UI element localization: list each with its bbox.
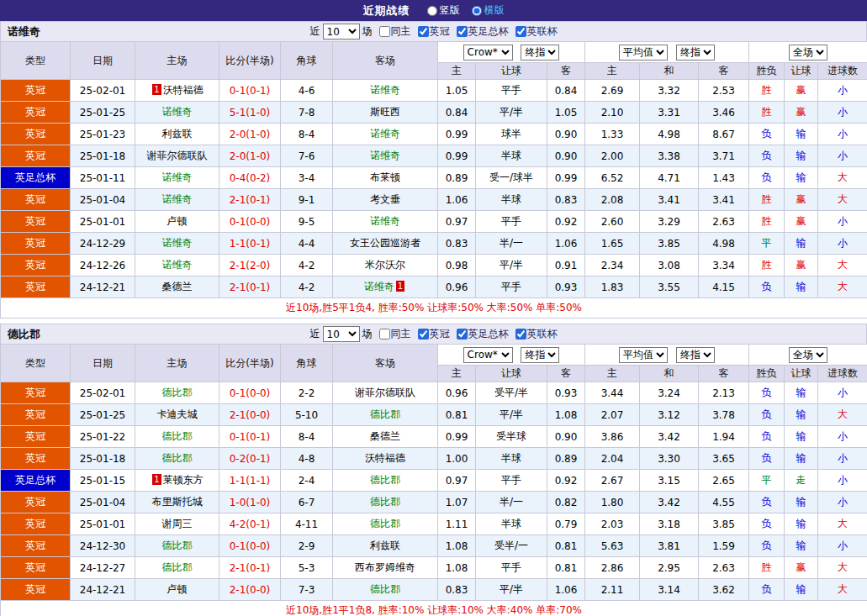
euro-time-select[interactable]: 终指 <box>676 347 715 363</box>
scope-select[interactable]: 全场 <box>789 347 827 363</box>
bookmaker-select[interactable]: Crow* <box>463 45 513 61</box>
result-goals-cell: 大 <box>818 513 867 535</box>
asian-home-odds-cell: 0.99 <box>438 145 476 167</box>
efl-cup-checkbox[interactable] <box>515 329 526 340</box>
away-team-cell: 西布罗姆维奇 <box>333 557 438 579</box>
match-date-cell: 25-01-04 <box>71 492 135 513</box>
same-home-filter[interactable]: 同主 <box>379 327 411 341</box>
away-team-cell: 沃特福德 <box>333 448 438 470</box>
euro-time-select[interactable]: 终指 <box>676 45 715 61</box>
home-team-cell: 德比郡 <box>135 382 219 404</box>
filter-controls: 近 10 场 同主 英冠 英足总杯 英联杯 <box>310 24 558 39</box>
same-home-checkbox[interactable] <box>379 26 390 37</box>
asian-time-select[interactable]: 终指 <box>521 45 559 61</box>
efl-cup-checkbox[interactable] <box>515 26 526 37</box>
asian-away-odds-cell: 0.91 <box>547 255 585 276</box>
asian-away-odds-cell: 0.93 <box>547 276 585 298</box>
team-name-text: 斯旺西 <box>370 106 400 118</box>
euro-home-odds-cell: 2.10 <box>585 102 640 124</box>
team-header-bar: 德比郡 近 10 场 同主 英冠 英足总杯 英联杯 <box>0 324 867 344</box>
match-date-cell: 24-12-21 <box>71 276 135 298</box>
result-winlose-cell: 负 <box>749 382 785 404</box>
team-name-text: 诺维奇 <box>162 259 193 271</box>
score-cell: 1-0(1-0) <box>219 492 281 513</box>
league-filter-championship[interactable]: 英冠 <box>418 24 450 39</box>
layout-option-vertical[interactable]: 竖版 <box>427 3 460 18</box>
euro-source-select[interactable]: 平均值 <box>619 45 668 61</box>
fa-cup-checkbox[interactable] <box>457 329 468 340</box>
match-count-select[interactable]: 10 <box>323 24 360 39</box>
league-filter-fa-cup[interactable]: 英足总杯 <box>457 327 509 341</box>
team-name-text: 卢顿 <box>167 215 188 227</box>
col-euro-home: 主 <box>585 63 640 80</box>
league-filter-championship[interactable]: 英冠 <box>418 327 450 341</box>
match-row: 英冠25-01-04诺维奇2-1(0-1)9-1考文垂1.06半球0.832.0… <box>1 189 867 211</box>
team-section-derby: 德比郡 近 10 场 同主 英冠 英足总杯 英联杯 <box>0 324 867 616</box>
results-table: 类型 日期 主场 比分(半场) 角球 客场 Crow* 终指 平均值 终指 全场 <box>0 344 867 616</box>
euro-draw-odds-cell: 3.18 <box>640 513 699 535</box>
bookmaker-select[interactable]: Crow* <box>463 347 513 363</box>
team-name-text: 米尔沃尔 <box>365 259 405 271</box>
league-filter-fa-cup[interactable]: 英足总杯 <box>457 24 509 39</box>
match-row: 英冠24-12-26诺维奇2-1(2-0)4-2米尔沃尔0.98平/半0.912… <box>1 255 867 276</box>
result-winlose-cell: 负 <box>749 448 785 470</box>
euro-source-select[interactable]: 平均值 <box>619 347 668 363</box>
score-cell: 1-1(1-1) <box>219 470 281 492</box>
euro-away-odds-cell: 2.13 <box>699 382 749 404</box>
result-goals-cell: 大 <box>818 276 867 298</box>
match-date-cell: 25-01-18 <box>71 448 135 470</box>
asian-home-odds-cell: 0.97 <box>438 211 476 233</box>
same-home-filter[interactable]: 同主 <box>379 24 411 39</box>
asian-handicap-cell: 平/半 <box>476 102 547 124</box>
layout-option-horizontal[interactable]: 横版 <box>472 3 505 18</box>
asian-handicap-cell: 半球 <box>476 189 547 211</box>
home-team-cell: 德比郡 <box>135 557 219 579</box>
team-name-text: 德比郡 <box>370 496 400 508</box>
away-team-cell: 米尔沃尔 <box>333 255 438 276</box>
corner-cell: 4-8 <box>281 448 333 470</box>
league-filter-efl-cup[interactable]: 英联杯 <box>515 327 558 341</box>
team-name-text: 布里斯托城 <box>152 496 203 508</box>
red-card-badge: 1 <box>152 474 161 485</box>
euro-home-odds-cell: 2.07 <box>585 404 640 426</box>
team-name-text: 沃特福德 <box>163 84 204 96</box>
match-count-select[interactable]: 10 <box>323 326 360 342</box>
result-winlose-cell: 负 <box>749 404 785 426</box>
result-handicap-cell: 输 <box>785 145 818 167</box>
col-asian-home: 主 <box>438 63 476 80</box>
euro-home-odds-cell: 1.83 <box>585 276 640 298</box>
same-home-checkbox[interactable] <box>379 329 390 340</box>
championship-checkbox[interactable] <box>418 329 429 340</box>
championship-checkbox[interactable] <box>418 26 429 37</box>
result-handicap-cell: 赢 <box>785 211 818 233</box>
away-team-cell: 斯旺西 <box>333 102 438 124</box>
fa-cup-checkbox[interactable] <box>457 26 468 37</box>
league-filter-efl-cup[interactable]: 英联杯 <box>515 24 558 39</box>
asian-home-odds-cell: 0.99 <box>438 426 476 448</box>
away-team-cell: 德比郡 <box>333 492 438 513</box>
team-name-text: 谢菲尔德联队 <box>355 387 415 398</box>
team-name-text: 德比郡 <box>162 540 193 551</box>
corner-cell: 4-2 <box>281 276 333 298</box>
euro-away-odds-cell: 1.94 <box>699 426 749 448</box>
result-goals-cell: 大 <box>818 579 867 601</box>
asian-home-odds-cell: 0.98 <box>438 255 476 276</box>
result-handicap-cell: 输 <box>785 579 818 601</box>
col-euro-home: 主 <box>585 366 640 382</box>
asian-odds-select-cell: Crow* 终指 <box>438 345 585 366</box>
score-cell: 2-1(0-1) <box>219 557 281 579</box>
col-type: 类型 <box>1 345 71 382</box>
score-cell: 2-1(0-0) <box>219 404 281 426</box>
vertical-layout-radio[interactable] <box>427 6 437 16</box>
result-handicap-cell: 赢 <box>785 80 818 102</box>
score-cell: 0-4(0-2) <box>219 167 281 189</box>
away-team-cell: 诺维奇 <box>333 124 438 145</box>
scope-select[interactable]: 全场 <box>789 45 827 61</box>
asian-away-odds-cell: 1.08 <box>547 404 585 426</box>
result-goals-cell: 大 <box>818 557 867 579</box>
asian-time-select[interactable]: 终指 <box>521 347 559 363</box>
corner-cell: 8-4 <box>281 426 333 448</box>
horizontal-layout-radio[interactable] <box>472 6 482 16</box>
euro-away-odds-cell: 8.67 <box>699 124 749 145</box>
col-score: 比分(半场) <box>219 345 281 382</box>
